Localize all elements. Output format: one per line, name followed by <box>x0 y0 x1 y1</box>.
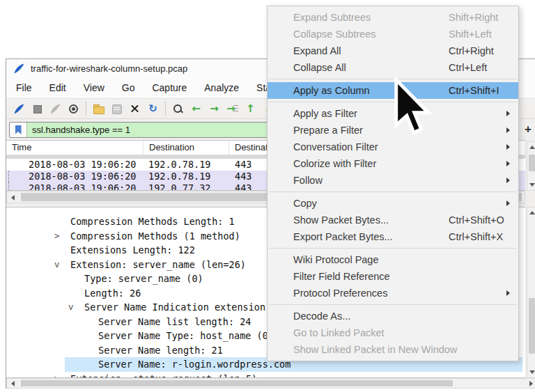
submenu-arrow-icon <box>506 111 510 116</box>
menu-item-show-packet-bytes[interactable]: Show Packet Bytes...Ctrl+Shift+O <box>268 212 518 228</box>
menu-view[interactable]: View <box>84 82 104 93</box>
reload-icon[interactable]: ↻ <box>147 103 159 115</box>
restart-capture-icon[interactable] <box>49 103 61 115</box>
submenu-arrow-icon <box>506 144 510 150</box>
packet-list-vscrollbar[interactable] <box>527 141 535 191</box>
menu-item-conversation-filter[interactable]: Conversation Filter <box>268 139 518 155</box>
go-back-icon[interactable]: ← <box>190 103 202 115</box>
scroll-down-icon[interactable] <box>529 370 535 374</box>
menu-analyze[interactable]: Analyze <box>204 82 239 93</box>
context-menu: Expand SubtreesShift+Right Collapse Subt… <box>267 6 519 361</box>
menu-item-wiki-protocol-page[interactable]: Wiki Protocol Page <box>268 251 518 268</box>
display-filter-value: ssl.handshake.type == 1 <box>27 125 130 135</box>
mouse-cursor <box>394 77 432 137</box>
window-title: traffic-for-wireshark-column-setup.pcap <box>31 63 187 74</box>
scroll-down-icon[interactable] <box>529 183 535 187</box>
menu-item-protocol-preferences[interactable]: Protocol Preferences <box>268 285 518 301</box>
menu-item-go-to-linked-packet: Go to Linked Packet <box>268 324 518 341</box>
filter-add-button[interactable]: + <box>522 122 534 136</box>
find-packet-icon[interactable] <box>172 103 184 115</box>
close-file-icon[interactable] <box>129 103 141 115</box>
scroll-up-icon[interactable] <box>529 146 535 149</box>
menu-edit[interactable]: Edit <box>49 82 66 93</box>
menu-file[interactable]: File <box>16 82 32 93</box>
menu-item-export-packet-bytes[interactable]: Export Packet Bytes...Ctrl+Shift+X <box>268 228 518 245</box>
wireshark-logo-icon <box>13 63 25 75</box>
submenu-arrow-icon <box>506 127 510 133</box>
detail-vscrollbar[interactable] <box>527 207 535 378</box>
tree-row[interactable]: >Extension: status_request (len=5) <box>6 372 525 379</box>
submenu-arrow-icon <box>506 161 510 166</box>
menu-item-colorize-with-filter[interactable]: Colorize with Filter <box>268 155 518 172</box>
menu-item-show-linked-packet-in-new-window: Show Linked Packet in New Window <box>268 341 518 358</box>
menu-item-collapse-all[interactable]: Collapse AllCtrl+Left <box>268 59 518 76</box>
menu-item-copy[interactable]: Copy <box>268 195 518 212</box>
toolbar-separator <box>86 102 86 116</box>
menu-item-prepare-a-filter[interactable]: Prepare a Filter <box>268 122 518 139</box>
save-file-icon[interactable] <box>111 103 123 115</box>
menu-go[interactable]: Go <box>122 82 135 93</box>
go-forward-icon[interactable]: → <box>208 103 220 115</box>
column-header-time[interactable]: Time <box>6 141 144 155</box>
first-packet-icon[interactable]: ↑ <box>245 103 256 115</box>
menu-separator <box>269 191 517 192</box>
submenu-arrow-icon <box>506 201 510 206</box>
submenu-arrow-icon <box>506 178 510 183</box>
menu-item-apply-as-column[interactable]: Apply as ColumnCtrl+Shift+I <box>268 82 518 99</box>
menu-item-expand-subtrees: Expand SubtreesShift+Right <box>268 9 518 26</box>
column-header-destination[interactable]: Destination <box>144 141 229 155</box>
scrollbar-thumb[interactable] <box>529 298 535 354</box>
related-packet-indicator <box>8 182 9 191</box>
open-file-icon[interactable] <box>93 103 104 115</box>
menu-item-collapse-subtrees: Collapse SubtreesShift+Left <box>268 26 518 42</box>
menu-item-follow[interactable]: Follow <box>268 172 518 189</box>
menu-separator <box>269 102 517 102</box>
menu-item-apply-as-filter[interactable]: Apply as Filter <box>268 105 518 122</box>
scroll-up-icon[interactable] <box>529 211 535 214</box>
go-to-packet-icon[interactable]: → <box>226 103 238 115</box>
menu-separator <box>269 304 517 305</box>
menu-item-expand-all[interactable]: Expand AllCtrl+Right <box>268 42 518 59</box>
menu-item-decode-as[interactable]: Decode As... <box>268 308 518 324</box>
scroll-right-icon[interactable] <box>529 381 533 386</box>
detail-hscrollbar[interactable] <box>6 378 535 389</box>
menu-capture[interactable]: Capture <box>152 82 187 93</box>
scroll-left-icon[interactable] <box>11 381 15 386</box>
scrollbar-thumb[interactable] <box>529 155 535 171</box>
toolbar-separator <box>165 102 166 116</box>
scroll-left-icon[interactable] <box>11 195 15 201</box>
related-packet-indicator <box>8 171 9 182</box>
stop-capture-icon[interactable] <box>31 103 43 115</box>
capture-options-icon[interactable] <box>68 103 79 115</box>
menu-item-filter-field-reference[interactable]: Filter Field Reference <box>268 268 518 285</box>
scrollbar-thumb[interactable] <box>21 380 453 386</box>
filter-bookmark-icon[interactable] <box>10 123 27 137</box>
start-capture-icon[interactable] <box>13 103 25 115</box>
submenu-arrow-icon <box>506 290 510 296</box>
menu-separator <box>269 79 517 79</box>
menu-separator <box>269 248 517 249</box>
